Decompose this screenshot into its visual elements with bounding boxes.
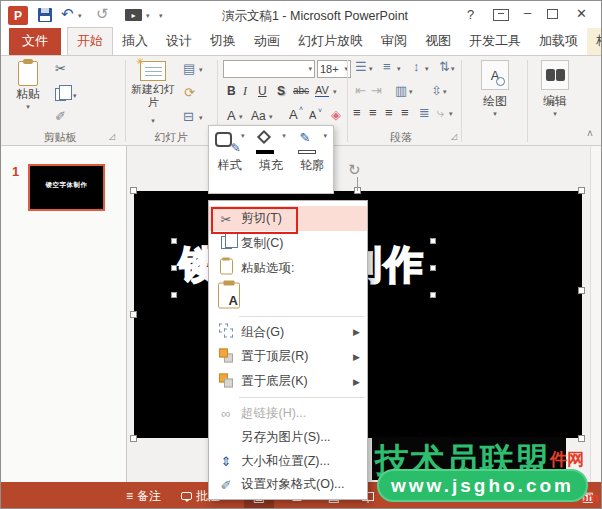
fill-dropdown-icon[interactable]: ▾ [282,132,286,140]
notes-button[interactable]: ≡ 备注 [126,482,161,509]
clipboard-dialog-launcher-icon[interactable]: ◿ [109,132,115,141]
powerpoint-logo-icon[interactable]: P [8,6,28,25]
character-spacing-dropdown-icon[interactable]: ▾ [333,88,337,96]
menu-item-format-object[interactable]: ✐ 设置对象格式(O)... [209,473,367,496]
font-size-combo[interactable]: 18+ ▾ [317,60,351,78]
layout-icon[interactable]: ▤ [183,62,195,76]
change-case-dropdown-icon[interactable]: ▾ [269,113,273,121]
columns-icon[interactable]: ▥ [395,84,407,98]
font-color-button[interactable]: A [227,108,236,123]
shrink-font-button[interactable]: A [309,109,316,121]
paste-dropdown-icon[interactable]: ▾ [9,103,47,111]
bullets-dropdown-icon[interactable]: ▾ [369,65,373,73]
ribbon-display-options-icon[interactable] [493,9,509,21]
fill-button[interactable]: ▾ 填充 [250,126,291,193]
menu-item-send-to-back[interactable]: 置于底层(K) ▶ [209,369,367,394]
menu-item-copy[interactable]: 复制(C) [209,231,367,256]
drawing-dropdown-icon[interactable]: ▾ [469,110,521,118]
slideshow-dropdown-icon[interactable]: ▾ [146,12,150,20]
text-direction-icon[interactable]: ⇅ [439,60,450,74]
columns-dropdown-icon[interactable]: ▾ [409,88,413,96]
tab-format[interactable]: 格式 [587,28,602,55]
section-dropdown-icon[interactable]: ▾ [199,114,203,122]
tab-transitions[interactable]: 切换 [201,28,245,55]
increase-indent-icon[interactable]: ⇥ [371,84,382,98]
format-painter-icon[interactable]: ✐ [55,110,66,124]
tab-review[interactable]: 审阅 [372,28,416,55]
collapse-ribbon-icon[interactable]: ˄ [587,128,593,139]
distribute-icon[interactable]: ≣ [419,106,430,120]
close-button[interactable]: ✕ [576,6,587,21]
align-text-dropdown-icon[interactable]: ▾ [443,88,447,96]
text-handle-top-left[interactable] [171,238,177,244]
font-name-combo[interactable]: ▾ [223,60,315,78]
save-icon[interactable] [38,8,52,22]
image-handle-top-right[interactable] [578,187,585,194]
menu-item-group[interactable]: 组合(G) ▶ [209,320,367,344]
editing-dropdown-icon[interactable]: ▾ [531,110,579,118]
style-button[interactable]: ✎ ▾ 样式 [209,126,250,193]
align-right-icon[interactable]: ≡ [385,106,393,120]
tab-design[interactable]: 设计 [157,28,201,55]
section-icon[interactable]: ⊟ [183,110,194,124]
tab-home[interactable]: 开始 [67,27,113,55]
menu-item-bring-to-front[interactable]: 置于顶层(R) ▶ [209,344,367,369]
text-handle-top-right[interactable] [430,238,436,244]
outline-dropdown-icon[interactable]: ▾ [324,132,328,140]
image-handle-bottom-left[interactable] [130,435,137,442]
justify-icon[interactable]: ≡ [401,106,409,120]
decrease-indent-icon[interactable]: ⇤ [355,84,366,98]
minimize-button[interactable]: – [524,5,531,20]
grow-font-button[interactable]: A [289,107,298,122]
tab-animations[interactable]: 动画 [245,28,289,55]
drawing-button[interactable]: A 绘图 ▾ [469,60,521,118]
numbering-dropdown-icon[interactable]: ▾ [397,65,401,73]
undo-icon[interactable]: ↶ [61,5,74,23]
editing-button[interactable]: 编辑 ▾ [531,60,579,118]
text-handle-mid-left[interactable] [171,265,177,271]
undo-dropdown-icon[interactable]: ▾ [78,12,82,20]
copy-dropdown-icon[interactable]: ▾ [73,92,77,100]
copy-icon[interactable] [55,88,66,101]
tab-view[interactable]: 视图 [416,28,460,55]
bullets-icon[interactable]: ☰ [355,60,367,74]
clear-formatting-icon[interactable]: ◈ [331,107,341,122]
change-case-button[interactable]: Aa [251,109,266,123]
text-handle-mid-right[interactable] [430,265,436,271]
bold-button[interactable]: B [227,84,236,98]
text-direction-dropdown-icon[interactable]: ▾ [451,65,455,73]
smartart-dropdown-icon[interactable]: ▾ [449,110,453,118]
text-handle-bottom-right[interactable] [430,292,436,298]
cut-icon[interactable]: ✂ [55,62,66,76]
tab-developer[interactable]: 开发工具 [460,28,530,55]
font-color-dropdown-icon[interactable]: ▾ [239,113,243,121]
paste-button[interactable]: 粘贴 ▾ [9,61,47,111]
menu-item-hyperlink[interactable]: ∞ 超链接(H)... [209,401,367,425]
align-center-icon[interactable]: ≡ [369,106,377,120]
menu-item-paste-keep-text[interactable]: A [209,280,367,313]
new-slide-dropdown-icon[interactable]: ▾ [151,117,155,124]
help-icon[interactable]: ? [467,7,474,22]
redo-icon[interactable]: ↺ [96,5,109,23]
image-handle-top-left[interactable] [130,187,137,194]
qat-customize-icon[interactable]: ▾ [159,12,163,20]
paragraph-dialog-launcher-icon[interactable]: ◿ [451,132,457,141]
slide-thumbnail[interactable]: 镂空字体制作 [28,164,105,211]
smartart-convert-icon[interactable]: ⤷ [437,106,444,120]
maximize-button[interactable] [547,9,558,19]
text-shadow-button[interactable]: S [277,84,285,98]
text-handle-bottom-left[interactable] [171,292,177,298]
outline-button[interactable]: ✎ ▾ 轮廓 [292,126,333,193]
numbering-icon[interactable]: ≡ [383,60,391,74]
reset-slide-icon[interactable]: ⟳ [184,86,195,100]
style-dropdown-icon[interactable]: ▾ [241,132,245,140]
tab-slideshow[interactable]: 幻灯片放映 [289,28,372,55]
line-spacing-dropdown-icon[interactable]: ▾ [425,65,429,73]
align-left-icon[interactable]: ≡ [353,106,361,120]
tab-addins[interactable]: 加载项 [530,28,587,55]
align-text-icon[interactable]: ⇳ [431,84,442,98]
start-slideshow-icon[interactable]: ▸ [125,9,142,21]
tab-file[interactable]: 文件 [9,28,61,55]
image-handle-bottom-right[interactable] [578,435,585,442]
underline-button[interactable]: U [258,84,267,98]
